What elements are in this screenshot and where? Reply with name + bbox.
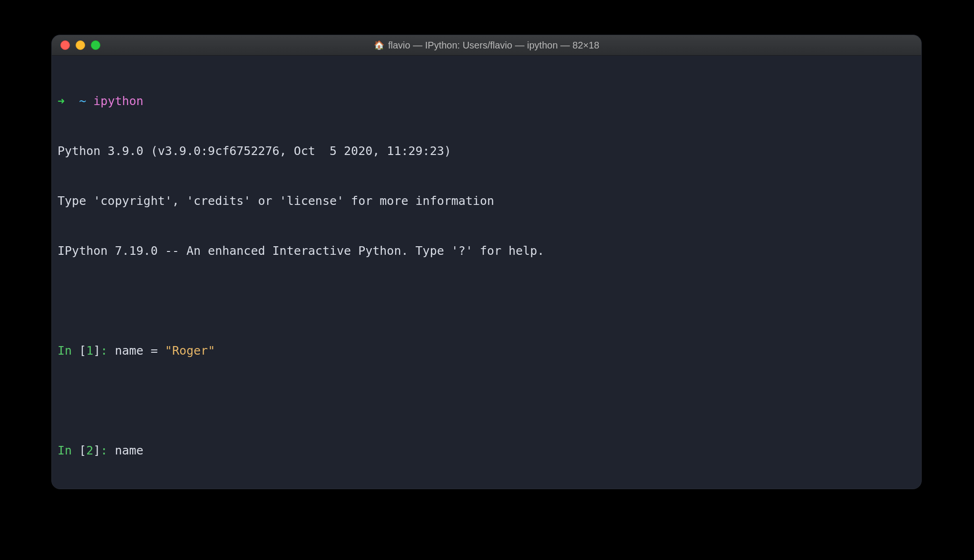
terminal-content[interactable]: ➜ ~ ipython Python 3.9.0 (v3.9.0:9cf6752… (52, 56, 921, 489)
in-1-line: In [1]: name = "Roger" (58, 342, 916, 359)
window-title: 🏠 flavio — IPython: Users/flavio — ipyth… (52, 40, 921, 51)
window-titlebar: 🏠 flavio — IPython: Users/flavio — ipyth… (52, 35, 921, 56)
zoom-button[interactable] (91, 40, 100, 50)
terminal-window: 🏠 flavio — IPython: Users/flavio — ipyth… (51, 35, 922, 489)
close-button[interactable] (60, 40, 70, 50)
prompt-cwd: ~ (79, 94, 86, 108)
minimize-button[interactable] (76, 40, 85, 50)
shell-prompt-line: ➜ ~ ipython (58, 93, 916, 109)
blank-line (58, 292, 916, 309)
in-2-line: In [2]: name (58, 442, 916, 459)
home-icon: 🏠 (374, 40, 384, 50)
python-banner-line-2: Type 'copyright', 'credits' or 'license'… (58, 193, 916, 209)
prompt-arrow-icon: ➜ (58, 94, 65, 108)
ipython-banner-line: IPython 7.19.0 -- An enhanced Interactiv… (58, 242, 916, 259)
string-literal: "Roger" (165, 344, 215, 357)
python-banner-line-1: Python 3.9.0 (v3.9.0:9cf6752276, Oct 5 2… (58, 143, 916, 159)
window-title-text: flavio — IPython: Users/flavio — ipython… (388, 40, 599, 51)
traffic-lights (60, 40, 100, 50)
blank-line (58, 392, 916, 409)
shell-command: ipython (93, 94, 143, 108)
